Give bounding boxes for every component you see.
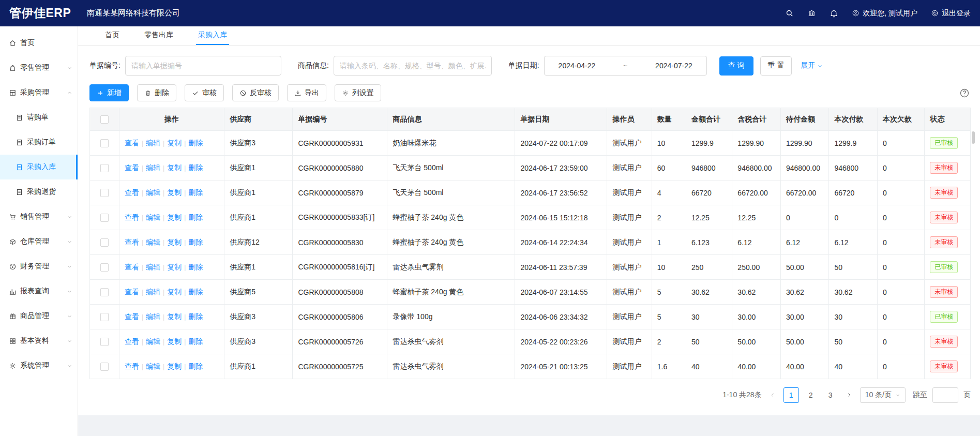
row-action-edit[interactable]: 编辑 bbox=[146, 337, 160, 345]
bill-no-input[interactable] bbox=[125, 56, 281, 76]
row-checkbox[interactable] bbox=[100, 139, 109, 147]
row-checkbox[interactable] bbox=[100, 214, 109, 222]
select-all-checkbox[interactable] bbox=[100, 115, 109, 124]
sidebar-item-finance[interactable]: 财务管理 bbox=[0, 254, 78, 279]
reset-button[interactable]: 重 置 bbox=[760, 56, 792, 76]
column-settings-button[interactable]: 列设置 bbox=[335, 84, 381, 101]
jump-page-input[interactable] bbox=[932, 387, 958, 403]
row-action-delete[interactable]: 删除 bbox=[188, 163, 203, 172]
row-action-view[interactable]: 查看 bbox=[125, 188, 139, 197]
row-action-delete[interactable]: 删除 bbox=[188, 263, 203, 271]
bell-icon[interactable] bbox=[830, 9, 838, 18]
page-size-select[interactable]: 10 条/页 bbox=[860, 387, 906, 403]
add-button[interactable]: 新增 bbox=[89, 84, 129, 101]
sidebar-item-purchase-inbound[interactable]: 采购入库 bbox=[0, 155, 78, 179]
delete-button[interactable]: 删除 bbox=[137, 84, 176, 101]
sidebar-item-goods[interactable]: 商品管理 bbox=[0, 304, 78, 328]
row-action-delete[interactable]: 删除 bbox=[188, 312, 203, 321]
sidebar-item-purchase-request[interactable]: 请购单 bbox=[0, 105, 78, 130]
search-button[interactable]: 查 询 bbox=[719, 56, 753, 76]
row-checkbox[interactable] bbox=[100, 288, 109, 296]
page-2[interactable]: 2 bbox=[803, 387, 819, 403]
page-1[interactable]: 1 bbox=[783, 387, 799, 403]
audit-button[interactable]: 审核 bbox=[185, 84, 224, 101]
row-action-delete[interactable]: 删除 bbox=[188, 362, 203, 370]
row-action-edit[interactable]: 编辑 bbox=[146, 163, 160, 172]
row-action-edit[interactable]: 编辑 bbox=[146, 312, 160, 321]
row-action-view[interactable]: 查看 bbox=[125, 337, 139, 345]
prev-page-icon[interactable] bbox=[767, 392, 778, 398]
row-action-copy[interactable]: 复制 bbox=[167, 163, 182, 172]
row-checkbox[interactable] bbox=[100, 164, 109, 172]
row-action-edit[interactable]: 编辑 bbox=[146, 213, 160, 221]
date-to-value[interactable]: 2024-07-22 bbox=[655, 62, 692, 70]
sidebar-item-purchase-order[interactable]: 采购订单 bbox=[0, 130, 78, 155]
row-action-view[interactable]: 查看 bbox=[125, 163, 139, 172]
row-action-copy[interactable]: 复制 bbox=[167, 213, 182, 221]
row-action-view[interactable]: 查看 bbox=[125, 139, 139, 147]
row-action-copy[interactable]: 复制 bbox=[167, 337, 182, 345]
row-actions-cell: 查看|编辑|复制|删除 bbox=[119, 305, 224, 329]
sidebar-item-report[interactable]: 报表查询 bbox=[0, 279, 78, 304]
row-action-view[interactable]: 查看 bbox=[125, 238, 139, 246]
tab-purchase-inbound[interactable]: 采购入库 bbox=[196, 26, 229, 45]
row-action-delete[interactable]: 删除 bbox=[188, 213, 203, 221]
row-action-delete[interactable]: 删除 bbox=[188, 188, 203, 197]
sidebar-item-home[interactable]: 首页 bbox=[0, 31, 78, 55]
next-page-icon[interactable] bbox=[843, 392, 855, 398]
row-action-copy[interactable]: 复制 bbox=[167, 288, 182, 296]
tab-home[interactable]: 首页 bbox=[103, 26, 122, 45]
row-action-copy[interactable]: 复制 bbox=[167, 362, 182, 370]
unaudit-button[interactable]: 反审核 bbox=[232, 84, 279, 101]
page-3[interactable]: 3 bbox=[823, 387, 838, 403]
row-checkbox[interactable] bbox=[100, 363, 109, 371]
date-range-picker[interactable]: 2024-04-22 ~ 2024-07-22 bbox=[544, 56, 707, 76]
row-checkbox[interactable] bbox=[100, 338, 109, 346]
row-action-edit[interactable]: 编辑 bbox=[146, 263, 160, 271]
row-action-delete[interactable]: 删除 bbox=[188, 139, 203, 147]
row-action-view[interactable]: 查看 bbox=[125, 263, 139, 271]
row-action-edit[interactable]: 编辑 bbox=[146, 238, 160, 246]
search-icon[interactable] bbox=[785, 9, 794, 18]
row-action-copy[interactable]: 复制 bbox=[167, 139, 182, 147]
table-scrollbar-thumb[interactable] bbox=[972, 131, 975, 144]
row-action-copy[interactable]: 复制 bbox=[167, 238, 182, 246]
row-action-edit[interactable]: 编辑 bbox=[146, 362, 160, 370]
sidebar-item-label: 报表查询 bbox=[20, 287, 49, 296]
welcome-user[interactable]: 欢迎您, 测试用户 bbox=[852, 9, 917, 18]
row-checkbox[interactable] bbox=[100, 189, 109, 197]
export-button[interactable]: 导出 bbox=[287, 84, 326, 101]
bank-icon[interactable] bbox=[807, 9, 816, 18]
row-action-view[interactable]: 查看 bbox=[125, 362, 139, 370]
sidebar-item-sales[interactable]: 销售管理 bbox=[0, 204, 78, 229]
sidebar-item-purchase[interactable]: 采购管理 bbox=[0, 80, 78, 105]
row-action-view[interactable]: 查看 bbox=[125, 213, 139, 221]
row-action-delete[interactable]: 删除 bbox=[188, 337, 203, 345]
row-action-view[interactable]: 查看 bbox=[125, 288, 139, 296]
sidebar-item-warehouse[interactable]: 仓库管理 bbox=[0, 229, 78, 254]
row-action-delete[interactable]: 删除 bbox=[188, 288, 203, 296]
row-action-copy[interactable]: 复制 bbox=[167, 263, 182, 271]
sidebar-item-basic[interactable]: 基本资料 bbox=[0, 328, 78, 353]
row-checkbox[interactable] bbox=[100, 263, 109, 272]
sidebar-item-retail[interactable]: 零售管理 bbox=[0, 55, 78, 80]
row-action-edit[interactable]: 编辑 bbox=[146, 139, 160, 147]
row-action-edit[interactable]: 编辑 bbox=[146, 188, 160, 197]
row-action-edit[interactable]: 编辑 bbox=[146, 288, 160, 296]
logout-button[interactable]: 退出登录 bbox=[931, 9, 971, 18]
sidebar-item-purchase-return[interactable]: 采购退货 bbox=[0, 179, 78, 204]
tab-retail-outbound[interactable]: 零售出库 bbox=[142, 26, 175, 45]
help-icon[interactable] bbox=[959, 88, 970, 98]
row-checkbox[interactable] bbox=[100, 238, 109, 247]
row-action-copy[interactable]: 复制 bbox=[167, 312, 182, 321]
date-from-value[interactable]: 2024-04-22 bbox=[559, 62, 596, 70]
row-action-view[interactable]: 查看 bbox=[125, 312, 139, 321]
row-checkbox[interactable] bbox=[100, 313, 109, 321]
row-supplier: 供应商1 bbox=[224, 156, 293, 181]
row-action-copy[interactable]: 复制 bbox=[167, 188, 182, 197]
sidebar-item-system[interactable]: 系统管理 bbox=[0, 353, 78, 378]
expand-link[interactable]: 展开 bbox=[801, 61, 823, 70]
product-input[interactable] bbox=[334, 56, 492, 76]
sidebar-menu: 首页零售管理采购管理请购单采购订单采购入库采购退货销售管理仓库管理财务管理报表查… bbox=[0, 31, 78, 378]
row-action-delete[interactable]: 删除 bbox=[188, 238, 203, 246]
